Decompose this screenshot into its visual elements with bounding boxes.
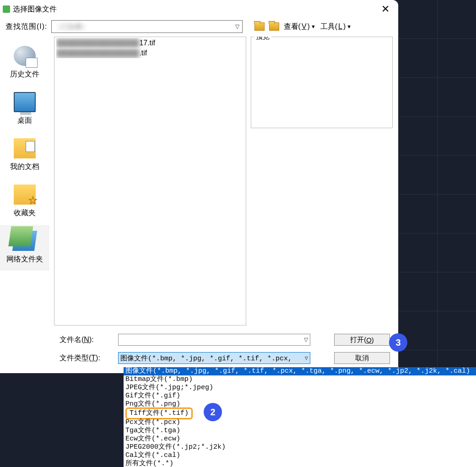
highlight-box: Tiff文件(*.tif) bbox=[125, 407, 193, 419]
preview-box: 预览 bbox=[251, 37, 393, 128]
filetype-dropdown[interactable]: 图像文件(*.bmp, *.jpg, *.gif, *.tif, *.pcx, … bbox=[124, 367, 476, 467]
sidebar-item-label: 历史文件 bbox=[10, 70, 39, 79]
places-sidebar: 历史文件 桌面 我的文档 收藏夹 网络文件夹 bbox=[0, 37, 49, 326]
filetype-option-tiff[interactable]: Tiff文件(*.tif) bbox=[124, 408, 476, 418]
view-label-suffix: ) bbox=[308, 22, 310, 31]
tools-menu[interactable]: 工具(L) ▼ bbox=[320, 22, 352, 32]
file-name-suffix: .tif bbox=[139, 49, 147, 57]
preview-label: 预览 bbox=[254, 37, 271, 41]
file-name-suffix: 17.tif bbox=[139, 39, 155, 47]
window-title: 选择图像文件 bbox=[13, 5, 57, 14]
folder-open-icon[interactable] bbox=[269, 22, 279, 31]
annotation-badge-3: 3 bbox=[389, 333, 407, 352]
cancel-label: 取消 bbox=[355, 354, 369, 363]
app-icon bbox=[3, 5, 10, 13]
list-item[interactable]: ████████████████17.tif bbox=[56, 38, 244, 48]
view-label-prefix: 查看( bbox=[284, 22, 301, 32]
preview-pane: 预览 bbox=[251, 37, 398, 326]
list-item[interactable]: ████████████████.tif bbox=[56, 48, 244, 58]
chevron-down-icon: ▽ bbox=[235, 23, 239, 30]
sidebar-item-label: 我的文档 bbox=[10, 162, 39, 172]
sidebar-item-label: 网络文件夹 bbox=[6, 255, 43, 264]
chevron-down-icon: ▼ bbox=[311, 24, 316, 29]
filetype-option[interactable]: Cal文件(*.cal) bbox=[124, 451, 476, 460]
filetype-option[interactable]: Ecw文件(*.ecw) bbox=[124, 435, 476, 443]
tools-label-suffix: ) bbox=[343, 22, 346, 31]
filetype-option[interactable]: Pcx文件(*.pcx) bbox=[124, 418, 476, 427]
close-icon[interactable]: ✕ bbox=[377, 1, 394, 17]
view-menu[interactable]: 查看(V) ▼ bbox=[284, 22, 316, 32]
file-list[interactable]: ████████████████17.tif ████████████████.… bbox=[54, 37, 246, 326]
filetype-selected: 图像文件(*.bmp, *.jpg, *.gif, *.tif, *.pcx, bbox=[120, 354, 292, 363]
filename-label: 文件名(N): bbox=[60, 335, 114, 345]
sidebar-item-network[interactable]: 网络文件夹 bbox=[0, 225, 49, 271]
search-scope-combobox[interactable]: （已隐藏） ▽ bbox=[51, 20, 243, 33]
desktop-icon bbox=[14, 92, 36, 112]
history-icon bbox=[14, 46, 36, 66]
file-open-dialog: 选择图像文件 ✕ 查找范围(I): （已隐藏） ▽ 查看(V) ▼ 工具(L) … bbox=[0, 0, 398, 373]
filetype-option[interactable]: 图像文件(*.bmp, *.jpg, *.gif, *.tif, *.pcx, … bbox=[124, 367, 476, 375]
search-label: 查找范围(I): bbox=[5, 22, 48, 32]
cancel-button[interactable]: 取消 bbox=[334, 352, 390, 364]
filename-input[interactable]: ▽ bbox=[118, 334, 310, 346]
annotation-badge-2: 2 bbox=[204, 403, 222, 421]
filetype-option[interactable]: Gif文件(*.gif) bbox=[124, 392, 476, 400]
tools-key: L bbox=[338, 22, 342, 31]
filetype-label: 文件类型(T): bbox=[60, 353, 114, 363]
filetype-combobox[interactable]: 图像文件(*.bmp, *.jpg, *.gif, *.tif, *.pcx, … bbox=[118, 352, 310, 364]
search-scope-value: （已隐藏） bbox=[54, 22, 89, 31]
search-row: 查找范围(I): （已隐藏） ▽ 查看(V) ▼ 工具(L) ▼ bbox=[0, 18, 398, 37]
folder-up-icon[interactable] bbox=[254, 22, 265, 31]
sidebar-item-label: 收藏夹 bbox=[14, 208, 36, 218]
tools-label-prefix: 工具( bbox=[320, 22, 337, 32]
filetype-option[interactable]: Tga文件(*.tga) bbox=[124, 427, 476, 435]
network-icon bbox=[12, 231, 37, 251]
documents-icon bbox=[14, 138, 36, 158]
filetype-option[interactable]: JPEG文件(*.jpg;*.jpeg) bbox=[124, 384, 476, 392]
view-key: V bbox=[302, 22, 307, 31]
titlebar: 选择图像文件 ✕ bbox=[0, 0, 398, 18]
favorites-icon bbox=[14, 185, 36, 205]
open-button[interactable]: 打开(O) bbox=[334, 334, 390, 346]
filetype-option[interactable]: 所有文件(*.*) bbox=[124, 460, 476, 467]
sidebar-item-label: 桌面 bbox=[17, 116, 32, 125]
sidebar-item-favorites[interactable]: 收藏夹 bbox=[0, 179, 49, 224]
sidebar-item-documents[interactable]: 我的文档 bbox=[0, 133, 49, 178]
sidebar-item-desktop[interactable]: 桌面 bbox=[0, 87, 49, 132]
chevron-down-icon: ▽ bbox=[305, 355, 308, 362]
sidebar-item-history[interactable]: 历史文件 bbox=[0, 40, 49, 86]
chevron-down-icon: ▽ bbox=[304, 337, 308, 343]
chevron-down-icon: ▼ bbox=[346, 24, 352, 29]
filetype-option[interactable]: Bitmap文件(*.bmp) bbox=[124, 375, 476, 384]
filetype-option[interactable]: JPEG2000文件(*.jp2;*.j2k) bbox=[124, 443, 476, 451]
